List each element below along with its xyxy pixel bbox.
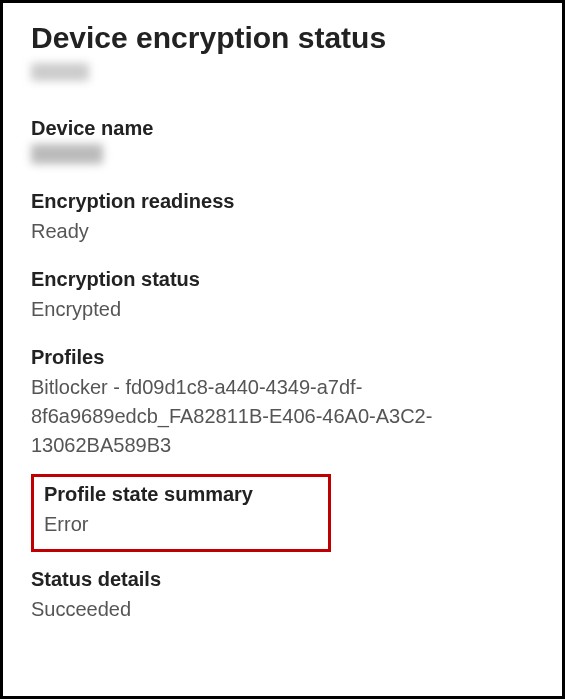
field-profiles: Profiles Bitlocker - fd09d1c8-a440-4349-…	[31, 346, 534, 460]
field-encryption-readiness: Encryption readiness Ready	[31, 190, 534, 246]
field-encryption-status: Encryption status Encrypted	[31, 268, 534, 324]
redacted-subtitle	[31, 63, 89, 81]
status-details-value: Succeeded	[31, 595, 534, 624]
status-details-label: Status details	[31, 568, 534, 591]
device-name-value-redacted	[31, 144, 103, 164]
field-device-name: Device name	[31, 117, 534, 168]
profiles-label: Profiles	[31, 346, 534, 369]
device-encryption-panel: Device encryption status Device name Enc…	[0, 0, 565, 699]
encryption-status-value: Encrypted	[31, 295, 534, 324]
encryption-status-label: Encryption status	[31, 268, 534, 291]
profiles-value: Bitlocker - fd09d1c8-a440-4349-a7df-8f6a…	[31, 373, 534, 460]
field-status-details: Status details Succeeded	[31, 568, 534, 624]
page-title: Device encryption status	[31, 21, 534, 55]
encryption-readiness-value: Ready	[31, 217, 534, 246]
device-name-label: Device name	[31, 117, 534, 140]
profile-state-summary-value: Error	[44, 510, 318, 539]
highlight-box: Profile state summary Error	[31, 474, 331, 552]
profile-state-summary-label: Profile state summary	[44, 483, 318, 506]
encryption-readiness-label: Encryption readiness	[31, 190, 534, 213]
